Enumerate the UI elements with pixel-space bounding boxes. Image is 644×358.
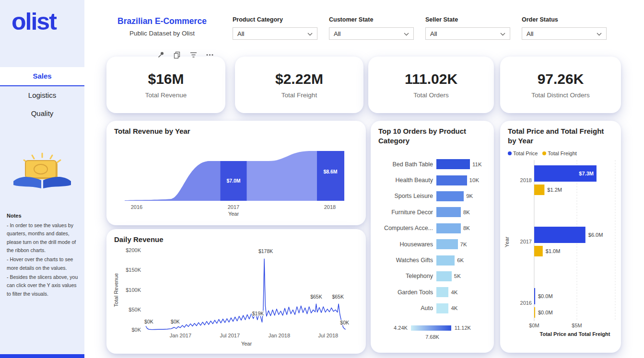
sidebar-item-logistics[interactable]: Logistics <box>0 86 84 104</box>
top10-scale-mid-label: 7.68K <box>371 334 494 340</box>
value-label: 9K <box>466 193 473 199</box>
bar-housewares[interactable] <box>436 239 458 249</box>
color-gradient-bar[interactable] <box>411 325 451 331</box>
revenue-by-year-card: Total Revenue by Year $7.0M$8.6M20162017… <box>106 121 366 225</box>
price-label-2016: $0.0M <box>538 293 553 299</box>
x-tick-2017[interactable]: 2017 <box>228 204 239 210</box>
dashboard: olist SalesLogisticsQuality Notes - I <box>0 0 644 358</box>
note-line: - Hover over the charts to see more deta… <box>7 255 78 272</box>
freight-bar-2017[interactable] <box>534 246 543 256</box>
freight-bar-2016[interactable] <box>534 307 535 318</box>
value-label: 4K <box>451 305 457 311</box>
price-bar-2016[interactable] <box>534 288 535 304</box>
y-tick-$150K[interactable]: $150K <box>126 267 141 273</box>
y-tick-$50K[interactable]: $50K <box>129 307 141 312</box>
legend-dot <box>542 151 546 155</box>
price-bar-2017[interactable] <box>534 227 585 243</box>
sidebar: olist SalesLogisticsQuality Notes - I <box>0 0 84 358</box>
bar-watches-gifts[interactable] <box>436 255 455 266</box>
y-tick-2017[interactable]: 2017 <box>520 239 532 244</box>
slicer-dropdown-order-status[interactable]: All <box>522 27 607 40</box>
slicer-dropdown-seller-state[interactable]: All <box>425 27 510 40</box>
category-label-telephony[interactable]: Telephony <box>377 273 436 279</box>
sidebar-item-quality[interactable]: Quality <box>0 104 84 123</box>
top10-row-sports-leisure: Sports Leisure9K <box>377 188 491 204</box>
top10-orders-card: Top 10 Orders by Product Category Bed Ba… <box>371 121 494 353</box>
bar-bed-bath-table[interactable] <box>436 159 470 169</box>
price-label-2018: $7.3M <box>579 171 594 176</box>
x-tick-jan-2018[interactable]: Jan 2018 <box>269 333 290 338</box>
slicer-dropdown-product-category[interactable]: All <box>233 27 317 40</box>
legend-dot <box>508 151 512 155</box>
notes: Notes - In order to see the values by qu… <box>7 213 78 298</box>
x-tick-2018[interactable]: 2018 <box>324 204 336 210</box>
x-tick-jan-2017[interactable]: Jan 2017 <box>170 333 191 338</box>
bar-telephony[interactable] <box>436 271 452 281</box>
daily-revenue-chart[interactable]: $0K$50K$100K$150K$200KJan 2017Jul 2017Ja… <box>112 246 359 351</box>
value-label: 7K <box>460 242 467 247</box>
category-label-garden-tools[interactable]: Garden Tools <box>377 289 436 296</box>
top10-row-telephony: Telephony5K <box>377 268 491 284</box>
freight-bar-2018[interactable] <box>534 185 544 195</box>
value-label: 8K <box>463 209 470 215</box>
x-tick-2016[interactable]: 2016 <box>131 204 142 210</box>
copy-icon[interactable] <box>173 51 181 59</box>
price-freight-chart[interactable]: $7.3M$1.2M2018$6.0M$1.0M2017$0.0M$0.0M20… <box>502 158 619 340</box>
bar-furniture-decor[interactable] <box>436 207 461 217</box>
legend-total-price[interactable]: Total Price <box>508 150 538 156</box>
scale-max-label: 11.12K <box>455 325 471 331</box>
kpi-label: Total Freight <box>281 92 317 99</box>
kpi-card-total-revenue: $16MTotal Revenue <box>106 57 225 113</box>
scale-min-label: 4.24K <box>394 325 408 331</box>
category-label-computers-acce[interactable]: Computers Acce... <box>377 225 436 231</box>
x-axis-label: Year <box>241 341 252 346</box>
category-label-sports-leisure[interactable]: Sports Leisure <box>377 193 436 199</box>
bar-garden-tools[interactable] <box>436 287 448 297</box>
pin-icon[interactable] <box>157 51 165 59</box>
bar-health-beauty[interactable] <box>436 175 467 185</box>
x-tick-jul-2017[interactable]: Jul 2017 <box>220 333 240 338</box>
report-subtitle: Public Dataset by Olist <box>112 30 212 37</box>
x-tick-0m[interactable]: $0M <box>529 323 539 328</box>
kpi-value: $16M <box>148 71 184 87</box>
more-icon[interactable] <box>206 51 214 59</box>
filter-icon[interactable] <box>189 51 198 59</box>
category-label-housewares[interactable]: Housewares <box>377 241 436 248</box>
revenue-by-year-chart[interactable]: $7.0M$8.6M201620172018Year <box>125 144 345 217</box>
note-line: - Besides the slicers above, you can cli… <box>7 273 78 298</box>
sidebar-accent-strip <box>0 354 84 358</box>
sidebar-item-sales[interactable]: Sales <box>0 67 84 86</box>
bar-sports-leisure[interactable] <box>436 191 464 201</box>
annotation-178k: $178K <box>258 248 273 254</box>
x-tick-5m[interactable]: $5M <box>572 323 582 328</box>
ribbon-band-2018[interactable] <box>317 151 344 201</box>
category-label-watches-gifts[interactable]: Watches Gifts <box>377 257 436 264</box>
slicer-dropdown-customer-state[interactable]: All <box>329 27 414 40</box>
bar-computers-acce[interactable] <box>436 223 461 233</box>
y-tick-$100K[interactable]: $100K <box>126 287 141 293</box>
annotation-65k: $65K <box>332 294 344 300</box>
category-label-auto[interactable]: Auto <box>377 305 436 312</box>
y-tick-2018[interactable]: 2018 <box>520 177 532 183</box>
top10-row-watches-gifts: Watches Gifts6K <box>377 252 491 268</box>
chevron-down-icon <box>500 30 505 37</box>
bar-auto[interactable] <box>436 303 448 313</box>
y-tick-$200K[interactable]: $200K <box>126 247 141 253</box>
kpi-card-total-freight: $2.22MTotal Freight <box>235 57 363 113</box>
value-label: 6K <box>457 257 464 263</box>
category-label-bed-bath-table[interactable]: Bed Bath Table <box>377 161 436 168</box>
top10-row-garden-tools: Garden Tools4K <box>377 284 491 300</box>
legend-label: Total Freight <box>548 150 577 156</box>
kpi-label: Total Distinct Orders <box>531 92 590 99</box>
legend-total-freight[interactable]: Total Freight <box>542 150 577 156</box>
y-tick-2016[interactable]: 2016 <box>520 300 532 306</box>
annotation-0k: $0K <box>171 319 180 324</box>
y-tick-$0K[interactable]: $0K <box>131 327 141 333</box>
category-label-furniture-decor[interactable]: Furniture Decor <box>377 209 436 216</box>
category-label-health-beauty[interactable]: Health Beauty <box>377 177 436 184</box>
chevron-down-icon <box>307 30 313 37</box>
x-tick-jul-2018[interactable]: Jul 2018 <box>318 333 339 338</box>
chevron-down-icon <box>597 30 602 37</box>
value-label: 8K <box>463 225 470 231</box>
annotation-0k: $0K <box>340 320 349 325</box>
